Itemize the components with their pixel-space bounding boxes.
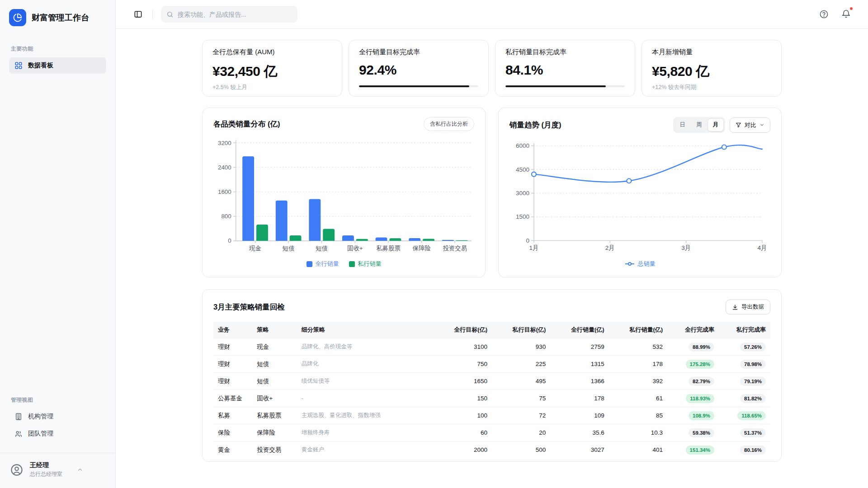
private-completion-cell: 78.98% [719,356,770,373]
bar-chart-title: 各品类销量分布 (亿) [213,119,280,129]
kpi-card-0: 全行总保有量 (AUM)¥32,450 亿+2.5% 较上月 [202,40,342,97]
private-completion-cell: 57.26% [719,338,770,356]
svg-text:6000: 6000 [516,142,529,149]
rate-badge: 108.9% [689,411,714,420]
table-row: 公募基金固收+-1507517861118.93%81.82% [213,390,770,407]
notifications-button[interactable] [840,8,853,21]
svg-text:3月: 3月 [681,244,691,251]
legend-label: 总销量 [638,260,656,268]
cell: 理财 [213,338,252,356]
cell: 401 [609,441,667,459]
search-input[interactable] [178,11,292,18]
range-option-月[interactable]: 月 [708,118,724,131]
rate-badge: 88.99% [689,343,714,352]
bar-chart-card: 各品类销量分布 (亿) 含私行占比分析 0800160024003200现金短债… [202,108,486,277]
range-option-日[interactable]: 日 [675,118,691,131]
table-title: 3月主要策略销量回检 [213,302,285,312]
panel-left-icon [134,10,142,19]
dashboard-grid-icon [14,61,23,70]
kpi-title: 全行销量目标完成率 [359,48,478,56]
cell: 绩优短债等 [297,373,436,390]
cell: 品牌化、高价现金等 [297,338,436,356]
private-completion-cell: 81.82% [719,390,770,407]
svg-text:1500: 1500 [516,213,529,220]
cell: 495 [492,373,550,390]
table-header-row: 业务策略细分策略全行目标(亿)私行目标(亿)全行销量(亿)私行销量(亿)全行完成… [213,322,770,338]
kpi-value: 84.1% [505,62,625,78]
range-option-周[interactable]: 周 [691,118,708,131]
private-share-analysis-badge[interactable]: 含私行占比分析 [424,117,474,131]
table-row: 私募私募股票主观选股、量化进取、指数增强1007210985108.9%118.… [213,407,770,424]
sidebar-item-org-management[interactable]: 机构管理 [9,408,106,425]
rate-badge: 81.82% [740,394,766,403]
rate-badge: 175.28% [686,360,714,369]
line-legend-marker [625,262,635,266]
svg-text:保障险: 保障险 [412,245,431,252]
cell: 178 [550,390,609,407]
legend-swatch [307,261,312,267]
search-box[interactable] [161,6,297,23]
legend-item-全行销量[interactable]: 全行销量 [307,260,339,268]
strategy-table: 业务策略细分策略全行目标(亿)私行目标(亿)全行销量(亿)私行销量(亿)全行完成… [213,322,770,459]
cell: 750 [436,356,492,373]
user-menu[interactable]: 王经理 总行总经理室 [0,453,115,488]
pie-chart-icon [13,13,22,22]
bank-completion-cell: 118.93% [667,390,719,407]
bank-completion-cell: 151.34% [667,441,719,459]
user-name: 王经理 [30,461,62,469]
cell: 60 [436,424,492,441]
team-icon [14,430,23,438]
sidebar-item-team-management[interactable]: 团队管理 [9,426,106,442]
legend-swatch [349,261,355,267]
svg-text:2月: 2月 [605,244,615,251]
line-chart-card: 销量趋势 (月度) 日周月 对比 [498,108,782,277]
svg-text:短债: 短债 [316,245,328,252]
svg-text:固收+: 固收+ [347,245,363,252]
cell: 理财 [213,356,252,373]
export-data-button[interactable]: 导出数据 [726,300,770,314]
cell: 私募股票 [252,407,297,424]
column-header-全行目标(亿): 全行目标(亿) [436,322,492,338]
cell: 黄金 [213,441,252,459]
kpi-note: +2.5% 较上月 [212,84,332,91]
rate-badge: 51.37% [740,428,766,437]
content: 全行总保有量 (AUM)¥32,450 亿+2.5% 较上月全行销量目标完成率9… [116,29,868,488]
kpi-progress-fill [359,85,469,87]
svg-text:1月: 1月 [529,244,538,251]
kpi-progress-bar [505,85,625,87]
cell: 短债 [252,373,297,390]
rate-badge: 118.93% [686,394,714,403]
cell: 10.3 [609,424,667,441]
table-row: 保险保障险增额终身寿602035.610.359.38%51.37% [213,424,770,441]
sidebar-toggle-button[interactable] [132,8,144,20]
cell: 增额终身寿 [297,424,436,441]
legend-item-总销量[interactable]: 总销量 [625,260,656,268]
legend-label: 私行销量 [358,260,382,268]
cell: 500 [492,441,550,459]
svg-text:4500: 4500 [516,166,529,173]
rate-badge: 151.34% [686,446,714,455]
compare-button[interactable]: 对比 [730,117,770,133]
kpi-value: ¥32,450 亿 [212,62,332,81]
legend-item-私行销量[interactable]: 私行销量 [349,260,382,268]
svg-text:现金: 现金 [249,245,261,252]
line-chart-svg: 015003000450060001月2月3月4月 [509,137,770,258]
column-header-细分策略: 细分策略 [297,322,436,338]
column-header-私行目标(亿): 私行目标(亿) [492,322,550,338]
sidebar: 财富管理工作台 主要功能 数据看板 管理视图 机构管理 [0,0,116,488]
sidebar-item-dashboard[interactable]: 数据看板 [9,57,106,74]
table-row: 理财短债绩优短债等1650495136639282.79%79.19% [213,373,770,390]
svg-text:短债: 短债 [283,245,295,252]
chevron-up-icon [77,467,83,473]
cell: 100 [436,407,492,424]
topbar-actions [817,8,853,21]
cell: 现金 [252,338,297,356]
building-icon [14,413,23,421]
bank-completion-cell: 175.28% [667,356,719,373]
column-header-业务: 业务 [213,322,252,338]
help-button[interactable] [817,8,830,21]
line-chart-legend: 总销量 [509,260,770,268]
kpi-value: ¥5,820 亿 [652,62,771,81]
cell: 85 [609,407,667,424]
kpi-value: 92.4% [359,62,478,78]
